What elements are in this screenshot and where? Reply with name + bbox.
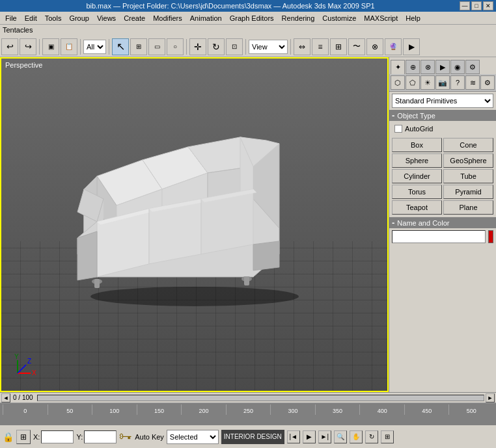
tube-button[interactable]: Tube <box>443 169 493 183</box>
menu-item-views[interactable]: Views <box>93 13 120 23</box>
menu-item-help[interactable]: Help <box>402 13 424 23</box>
coord-x-input[interactable] <box>41 430 74 443</box>
move-button[interactable]: ✛ <box>189 38 206 55</box>
hierarchy-tab[interactable]: ⊗ <box>420 60 435 74</box>
ruler-mark-400: 400 <box>359 404 404 415</box>
geosphere-button[interactable]: GeoSphere <box>443 153 493 168</box>
toolbar-separator-3 <box>109 39 109 55</box>
pan-button[interactable]: ✋ <box>350 430 363 443</box>
material-editor-button[interactable]: 🔮 <box>385 38 402 55</box>
ruler-mark-50: 50 <box>48 404 92 415</box>
ruler-mark-350: 350 <box>315 404 360 415</box>
autogrid-row: AutoGrid <box>392 124 493 134</box>
sphere-button[interactable]: Sphere <box>392 153 442 168</box>
lights-subtab[interactable]: ☀ <box>420 75 435 90</box>
geometry-subtab[interactable]: ⬡ <box>391 75 405 90</box>
autogrid-checkbox[interactable] <box>394 125 402 133</box>
ruler-mark-450: 450 <box>404 404 449 415</box>
menu-item-tools[interactable]: Tools <box>41 13 66 23</box>
primitive-type-row: Standard Primitives Extended Primitives … <box>389 92 496 110</box>
rectangular-select-button[interactable]: ▭ <box>148 38 165 55</box>
selected-dropdown[interactable]: Selected <box>167 430 219 444</box>
next-frame-button[interactable]: ►| <box>318 430 331 443</box>
maximize-viewport-button[interactable]: ⊞ <box>381 430 394 443</box>
ruler-mark-200: 200 <box>181 404 226 415</box>
color-swatch[interactable] <box>488 230 493 243</box>
teapot-button[interactable]: Teapot <box>392 200 442 215</box>
menu-item-customize[interactable]: Customize <box>318 13 360 23</box>
circular-select-button[interactable]: ○ <box>167 38 184 55</box>
timeline-track[interactable] <box>37 395 484 401</box>
prev-frame-button[interactable]: |◄ <box>287 430 300 443</box>
menu-item-file[interactable]: File <box>1 13 21 23</box>
scale-button[interactable]: ⊡ <box>226 38 243 55</box>
close-button[interactable]: ✕ <box>483 1 493 10</box>
zoom-button[interactable]: 🔍 <box>334 430 347 443</box>
ruler-mark-150: 150 <box>137 404 182 415</box>
viewport[interactable]: Perspective <box>0 57 389 392</box>
box-button[interactable]: Box <box>392 138 442 152</box>
key-icon: 🗝 <box>119 429 132 444</box>
name-color-header[interactable]: - Name and Color <box>389 217 496 228</box>
systems-subtab[interactable]: ⚙ <box>480 75 495 90</box>
schematic-button[interactable]: ⊗ <box>366 38 383 55</box>
undo-button[interactable]: ↩ <box>1 38 18 55</box>
menu-item-modifiers[interactable]: Modifiers <box>149 13 186 23</box>
select-arrow-button[interactable]: ↖ <box>112 38 129 55</box>
coord-y-input[interactable] <box>84 430 117 443</box>
motion-tab[interactable]: ▶ <box>435 60 450 74</box>
selection-filter-dropdown[interactable]: All <box>83 40 106 54</box>
autogrid-label: AutoGrid <box>405 125 433 133</box>
layer-button[interactable]: ⊞ <box>330 38 347 55</box>
modify-tab[interactable]: ⊕ <box>406 60 420 74</box>
timeline-scroll-right[interactable]: ► <box>486 393 495 402</box>
pyramid-button[interactable]: Pyramid <box>443 185 493 199</box>
utilities-tab[interactable]: ⚙ <box>465 60 480 74</box>
rotate-button[interactable]: ↻ <box>208 38 225 55</box>
object-name-input[interactable] <box>392 230 486 243</box>
reference-coord-dropdown[interactable]: View <box>249 40 288 54</box>
svg-text:Z: Z <box>27 358 31 365</box>
timeline-scroll-left[interactable]: ◄ <box>1 393 10 402</box>
object-type-header[interactable]: - Object Type <box>389 110 496 121</box>
curve-editor-button[interactable]: 〜 <box>348 38 365 55</box>
menu-item-graph-editors[interactable]: Graph Editors <box>226 13 278 23</box>
align-button[interactable]: ≡ <box>312 38 329 55</box>
shapes-subtab[interactable]: ⬠ <box>406 75 420 90</box>
menu-item-group[interactable]: Group <box>65 13 93 23</box>
menu-item-rendering[interactable]: Rendering <box>278 13 319 23</box>
mirror-button[interactable]: ⇔ <box>294 38 310 55</box>
menu-item-animation[interactable]: Animation <box>186 13 226 23</box>
helpers-subtab[interactable]: ? <box>450 75 465 90</box>
3d-scene: X Y Z <box>1 59 387 391</box>
select-name-button[interactable]: 📋 <box>61 38 77 55</box>
primitive-type-dropdown[interactable]: Standard Primitives Extended Primitives … <box>392 94 493 108</box>
cylinder-button[interactable]: Cylinder <box>392 169 442 183</box>
orbit-button[interactable]: ↻ <box>365 430 378 443</box>
render-button[interactable]: ▶ <box>403 38 420 55</box>
spacewarps-subtab[interactable]: ≋ <box>465 75 480 90</box>
name-color-row <box>389 228 496 245</box>
select-region-button[interactable]: ⊞ <box>130 38 147 55</box>
coord-lock-button[interactable]: ⊞ <box>16 430 31 444</box>
torus-button[interactable]: Torus <box>392 185 442 199</box>
menu-item-maxscript[interactable]: MAXScript <box>360 13 402 23</box>
svg-point-0 <box>90 286 299 306</box>
create-tab[interactable]: ✦ <box>391 60 405 74</box>
minimize-button[interactable]: — <box>460 1 470 10</box>
display-tab[interactable]: ◉ <box>450 60 465 74</box>
redo-button[interactable]: ↪ <box>20 38 36 55</box>
svg-text:X: X <box>32 369 36 376</box>
cone-button[interactable]: Cone <box>443 138 493 152</box>
timeline-ruler[interactable]: 0 50 100 150 200 250 300 350 400 450 500 <box>0 403 496 425</box>
menu-item-create[interactable]: Create <box>120 13 149 23</box>
ruler-mark-300: 300 <box>270 404 315 415</box>
svg-rect-4 <box>244 276 249 285</box>
cameras-subtab[interactable]: 📷 <box>435 75 450 90</box>
plane-button[interactable]: Plane <box>443 200 493 215</box>
menu-item-edit[interactable]: Edit <box>21 13 41 23</box>
select-button[interactable]: ▣ <box>42 38 59 55</box>
maximize-button[interactable]: □ <box>471 1 482 10</box>
panel-sub-tabs: ⬡ ⬠ ☀ 📷 ? ≋ ⚙ <box>389 74 496 92</box>
play-button[interactable]: ▶ <box>303 430 316 443</box>
